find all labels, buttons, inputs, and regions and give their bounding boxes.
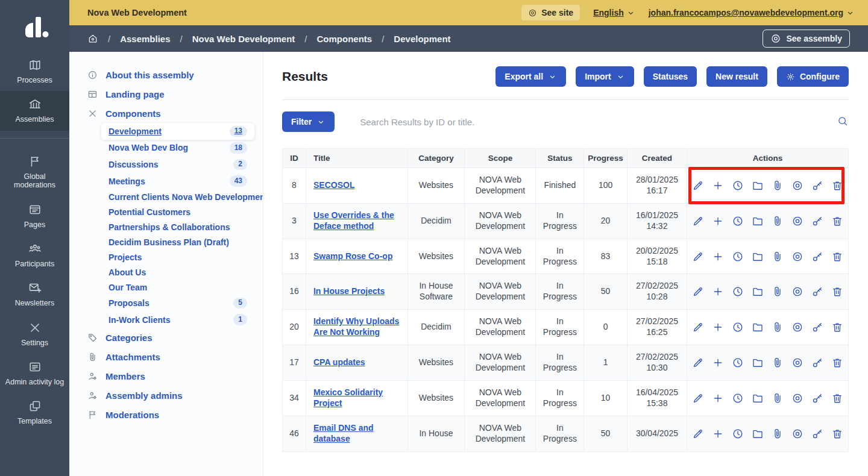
breadcrumb-item-assemblies[interactable]: Assemblies: [120, 34, 170, 44]
edit-action-icon[interactable]: [692, 357, 704, 369]
preview-action-icon[interactable]: [791, 428, 804, 440]
assembly-menu-landing-page[interactable]: Landing page: [69, 84, 263, 104]
result-title-link[interactable]: SECOSOL: [313, 180, 354, 190]
edit-action-icon[interactable]: [692, 180, 704, 192]
assembly-menu-about-this-assembly[interactable]: About this assembly: [69, 65, 263, 84]
component-item-our-team[interactable]: Our Team: [101, 280, 254, 295]
history-action-icon[interactable]: [732, 321, 744, 333]
import-button[interactable]: Import: [576, 66, 634, 87]
statuses-button[interactable]: Statuses: [644, 66, 697, 87]
new-action-icon[interactable]: [712, 180, 724, 192]
component-item-proposals[interactable]: Proposals 5: [101, 295, 254, 312]
preview-action-icon[interactable]: [791, 215, 804, 227]
delete-action-icon[interactable]: [831, 286, 843, 298]
edit-action-icon[interactable]: [692, 428, 704, 440]
permissions-action-icon[interactable]: [811, 286, 823, 298]
history-action-icon[interactable]: [732, 392, 744, 404]
result-title-link[interactable]: Email DNS and database: [313, 423, 374, 443]
permissions-action-icon[interactable]: [811, 357, 823, 369]
attachments-action-icon[interactable]: [772, 215, 784, 227]
permissions-action-icon[interactable]: [811, 321, 823, 333]
history-action-icon[interactable]: [732, 428, 744, 440]
configure-button[interactable]: Configure: [777, 66, 849, 87]
sidebar-item-newsletters[interactable]: Newsletters: [0, 275, 69, 314]
attachments-action-icon[interactable]: [772, 286, 784, 298]
attachments-action-icon[interactable]: [772, 428, 784, 440]
delete-action-icon[interactable]: [831, 321, 843, 333]
export-all-button[interactable]: Export all: [495, 66, 566, 87]
component-item-about-us[interactable]: About Us: [101, 265, 254, 280]
sidebar-item-pages[interactable]: Pages: [0, 196, 69, 236]
attachments-action-icon[interactable]: [772, 321, 784, 333]
delete-action-icon[interactable]: [831, 392, 843, 404]
component-item-potential-customers[interactable]: Potential Customers: [101, 204, 254, 219]
attachments-action-icon[interactable]: [772, 392, 784, 404]
folder-action-icon[interactable]: [752, 321, 764, 333]
component-item-current-clients-nova-web-development[interactable]: Current Clients Nova Web Development: [101, 189, 254, 204]
folder-action-icon[interactable]: [752, 428, 764, 440]
edit-action-icon[interactable]: [692, 392, 704, 404]
user-menu[interactable]: johan.francocampos@novawebdevelopment.or…: [649, 8, 855, 17]
sidebar-item-participants[interactable]: Participants: [0, 236, 69, 275]
delete-action-icon[interactable]: [831, 180, 843, 192]
folder-action-icon[interactable]: [752, 286, 764, 298]
component-item-decidim-business-plan-draft[interactable]: Decidim Business Plan (Draft): [101, 234, 254, 249]
new-result-button[interactable]: New result: [706, 66, 767, 87]
history-action-icon[interactable]: [732, 215, 744, 227]
new-action-icon[interactable]: [712, 357, 724, 369]
breadcrumb-item-development[interactable]: Development: [394, 34, 450, 44]
assembly-menu-members[interactable]: Members: [69, 367, 263, 386]
preview-action-icon[interactable]: [791, 357, 804, 369]
folder-action-icon[interactable]: [752, 357, 764, 369]
delete-action-icon[interactable]: [831, 215, 843, 227]
decidim-logo[interactable]: [0, 0, 69, 52]
folder-action-icon[interactable]: [752, 251, 764, 263]
preview-action-icon[interactable]: [791, 180, 804, 192]
result-title-link[interactable]: Swamp Rose Co-op: [313, 251, 392, 261]
component-item-discussions[interactable]: Discussions 2: [101, 156, 254, 173]
assembly-menu-categories[interactable]: Categories: [69, 328, 263, 348]
folder-action-icon[interactable]: [752, 180, 764, 192]
new-action-icon[interactable]: [712, 321, 724, 333]
delete-action-icon[interactable]: [831, 428, 843, 440]
new-action-icon[interactable]: [712, 286, 724, 298]
result-title-link[interactable]: Mexico Solidarity Project: [313, 387, 383, 408]
component-item-development[interactable]: Development 13: [101, 123, 254, 140]
delete-action-icon[interactable]: [831, 251, 843, 263]
permissions-action-icon[interactable]: [811, 428, 823, 440]
result-title-link[interactable]: CPA updates: [313, 357, 365, 367]
history-action-icon[interactable]: [732, 286, 744, 298]
assembly-menu-assembly-admins[interactable]: Assembly admins: [69, 386, 263, 406]
component-item-meetings[interactable]: Meetings 43: [101, 173, 254, 190]
component-item-in-work-clients[interactable]: In-Work Clients 1: [101, 312, 254, 328]
sidebar-item-templates[interactable]: Templates: [0, 393, 69, 432]
breadcrumb-item-components[interactable]: Components: [317, 34, 373, 44]
preview-action-icon[interactable]: [791, 286, 804, 298]
edit-action-icon[interactable]: [692, 286, 704, 298]
sidebar-item-admin-activity-log[interactable]: Admin activity log: [0, 354, 69, 393]
edit-action-icon[interactable]: [692, 251, 704, 263]
component-item-projects[interactable]: Projects: [101, 249, 254, 265]
new-action-icon[interactable]: [712, 392, 724, 404]
permissions-action-icon[interactable]: [811, 180, 823, 192]
see-assembly-button[interactable]: See assembly: [763, 30, 850, 48]
result-title-link[interactable]: In House Projects: [313, 286, 385, 296]
filter-button[interactable]: Filter: [282, 111, 335, 132]
edit-action-icon[interactable]: [692, 321, 704, 333]
history-action-icon[interactable]: [732, 251, 744, 263]
assembly-menu-attachments[interactable]: Attachments: [69, 348, 263, 367]
result-title-link[interactable]: Use Overrides & the Deface method: [313, 210, 394, 231]
permissions-action-icon[interactable]: [811, 251, 823, 263]
folder-action-icon[interactable]: [752, 215, 764, 227]
component-item-nova-web-dev-blog[interactable]: Nova Web Dev Blog 18: [101, 140, 254, 157]
attachments-action-icon[interactable]: [772, 251, 784, 263]
edit-action-icon[interactable]: [692, 215, 704, 227]
component-item-partnerships-collaborations[interactable]: Partnerships & Collaborations: [101, 219, 254, 234]
assembly-menu-moderations[interactable]: Moderations: [69, 406, 263, 425]
folder-action-icon[interactable]: [752, 392, 764, 404]
home-icon[interactable]: [87, 33, 98, 44]
new-action-icon[interactable]: [712, 428, 724, 440]
result-title-link[interactable]: Identify Why Uploads Are Not Working: [313, 316, 399, 337]
preview-action-icon[interactable]: [791, 392, 804, 404]
delete-action-icon[interactable]: [831, 357, 843, 369]
